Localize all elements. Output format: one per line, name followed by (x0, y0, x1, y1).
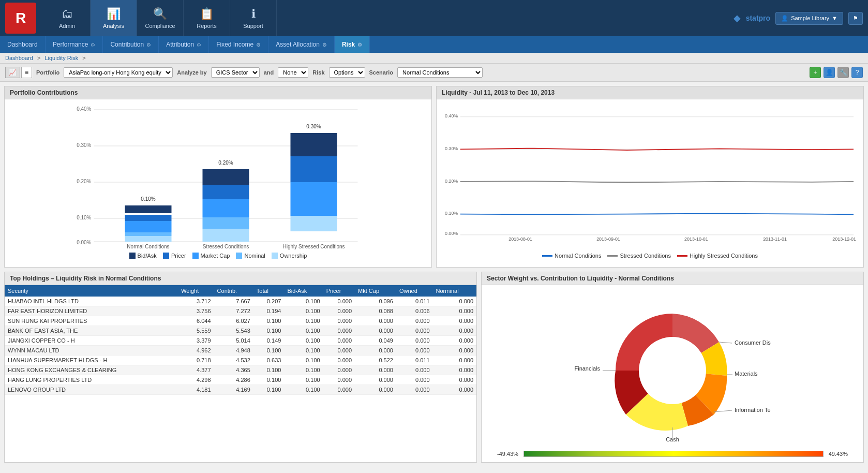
svg-text:0.20%: 0.20% (77, 179, 91, 184)
cell-value: 0.100 (284, 365, 323, 375)
tab-performance-settings-icon[interactable]: ⚙ (91, 42, 95, 48)
cell-value: 0.000 (355, 375, 396, 385)
and-select[interactable]: None (278, 67, 308, 78)
cell-value: 0.718 (178, 356, 214, 365)
cell-value: 0.100 (284, 346, 323, 356)
legend-bid-ask-color (129, 253, 136, 259)
toolbar: 📈 ≡ Portfolio AsiaPac long-only Hong Kon… (0, 64, 868, 82)
tab-asset-allocation-settings-icon[interactable]: ⚙ (322, 42, 327, 48)
nav-support-label: Support (243, 23, 263, 29)
table-row: BANK OF EAST ASIA, THE5.5595.5430.1000.1… (5, 326, 476, 336)
tab-risk-settings-icon[interactable]: ⚙ (357, 42, 362, 48)
cell-value: 4.962 (178, 346, 214, 356)
line-chart-legend: Normal Conditions Stressed Conditions Hi… (442, 249, 858, 262)
cell-value: 0.000 (433, 316, 477, 326)
svg-rect-27 (291, 216, 337, 231)
cell-value: 0.000 (355, 316, 396, 326)
legend-pricer: Pricer (163, 253, 186, 259)
cell-value: 0.633 (253, 356, 285, 365)
cell-value: 0.049 (355, 336, 396, 346)
flag-button[interactable]: ⚑ (848, 12, 863, 25)
cell-value: 0.100 (284, 356, 323, 365)
svg-rect-19 (203, 199, 249, 217)
svg-rect-21 (203, 229, 249, 242)
svg-rect-12 (125, 221, 172, 232)
cell-value: 0.000 (323, 365, 355, 375)
cell-value: 6.027 (214, 316, 253, 326)
second-navigation: Dashboard Performance ⚙ Contribution ⚙ A… (0, 36, 868, 53)
col-pricer: Pricer (323, 285, 355, 297)
scenario-select[interactable]: Normal Conditions Stressed Conditions Hi… (397, 67, 483, 78)
cell-value: 0.000 (433, 356, 477, 365)
holdings-table: Security Weight Contrib. Total Bid-Ask P… (5, 285, 476, 395)
breadcrumb-liquidity-risk[interactable]: Liquidity Risk (44, 55, 78, 61)
analyze-by-select[interactable]: GICS Sector (211, 67, 260, 78)
portfolio-label: Portfolio (36, 69, 59, 76)
cell-value: 0.100 (284, 297, 323, 306)
scenario-label: Scenario (369, 69, 393, 76)
chart-view-button[interactable]: 📈 (5, 67, 20, 78)
holdings-table-panel: Top Holdings – Liquidity Risk in Normal … (4, 272, 477, 463)
cell-security: SUN HUNG KAI PROPERTIES (5, 316, 178, 326)
cell-value: 0.100 (284, 385, 323, 395)
svg-rect-14 (125, 236, 172, 242)
statpro-logo: statpro (746, 14, 770, 22)
bar-chart-legend: Bid/Ask Pricer Market Cap Nominal (10, 249, 426, 262)
cell-security: BANK OF EAST ASIA, THE (5, 326, 178, 336)
legend-normal: Normal Conditions (542, 253, 601, 259)
svg-rect-20 (203, 217, 249, 229)
table-row: LENOVO GROUP LTD4.1814.1690.1000.1000.00… (5, 385, 476, 395)
svg-line-49 (719, 342, 732, 343)
nav-analysis[interactable]: 📊 Analysis (91, 0, 137, 36)
toolbar-right-icons: + 👤 🔧 ? (810, 67, 863, 78)
portfolio-select[interactable]: AsiaPac long-only Hong Kong equity (64, 67, 173, 78)
svg-rect-17 (203, 169, 249, 185)
col-security: Security (5, 285, 178, 297)
risk-select[interactable]: Options (329, 67, 365, 78)
tab-risk-label: Risk (342, 41, 355, 48)
person-icon: 👤 (781, 15, 788, 22)
info-button[interactable]: ? (851, 67, 863, 78)
risk-label: Risk (312, 69, 324, 76)
nav-compliance[interactable]: 🔍 Compliance (137, 0, 184, 36)
tab-fixed-income[interactable]: Fixed Income ⚙ (209, 36, 268, 53)
tab-risk[interactable]: Risk ⚙ (335, 36, 370, 53)
cell-value: 0.000 (323, 375, 355, 385)
svg-rect-25 (291, 156, 337, 182)
tab-attribution-settings-icon[interactable]: ⚙ (197, 42, 201, 48)
tab-dashboard[interactable]: Dashboard (0, 36, 46, 53)
cell-value: 0.000 (433, 346, 477, 356)
table-row: SUN HUNG KAI PROPERTIES6.0446.0270.1000.… (5, 316, 476, 326)
tab-contribution[interactable]: Contribution ⚙ (103, 36, 159, 53)
sample-library-label: Sample Library (791, 15, 829, 21)
add-green-button[interactable]: + (810, 67, 821, 78)
wrench-button[interactable]: 🔧 (837, 67, 849, 78)
tab-asset-allocation[interactable]: Asset Allocation ⚙ (268, 36, 335, 53)
cell-value: 0.000 (433, 297, 477, 306)
tab-fixed-income-label: Fixed Income (216, 41, 253, 48)
breadcrumb-dashboard[interactable]: Dashboard (5, 55, 33, 61)
tab-contribution-settings-icon[interactable]: ⚙ (146, 42, 151, 48)
donut-chart-svg: Financials Consumer Discretionary Materi… (574, 290, 771, 451)
svg-text:Stressed Conditions: Stressed Conditions (203, 244, 249, 249)
cell-value: 0.000 (396, 326, 433, 336)
nav-reports[interactable]: 📋 Reports (184, 0, 230, 36)
legend-highly-stressed-label: Highly Stressed Conditions (690, 253, 758, 259)
cell-security: HANG LUNG PROPERTIES LTD (5, 375, 178, 385)
tab-performance[interactable]: Performance ⚙ (46, 36, 103, 53)
nav-support[interactable]: ℹ Support (230, 0, 277, 36)
tab-fixed-income-settings-icon[interactable]: ⚙ (256, 42, 261, 48)
nav-analysis-label: Analysis (103, 23, 124, 29)
person-blue-button[interactable]: 👤 (824, 67, 835, 78)
bar-chart-svg: 0.40% 0.30% 0.20% 0.10% 0.00% (10, 105, 426, 249)
svg-text:0.10%: 0.10% (445, 211, 458, 216)
sample-library-button[interactable]: 👤 Sample Library ▼ (775, 12, 843, 25)
legend-normal-label: Normal Conditions (555, 253, 601, 259)
nav-admin[interactable]: 🗂 Admin (44, 0, 91, 36)
cell-value: 4.532 (214, 356, 253, 365)
cell-value: 6.044 (178, 316, 214, 326)
scale-max-label: 49.43% (829, 451, 848, 457)
tab-attribution[interactable]: Attribution ⚙ (159, 36, 209, 53)
flag-icon: ⚑ (853, 15, 858, 21)
table-view-button[interactable]: ≡ (21, 67, 32, 78)
